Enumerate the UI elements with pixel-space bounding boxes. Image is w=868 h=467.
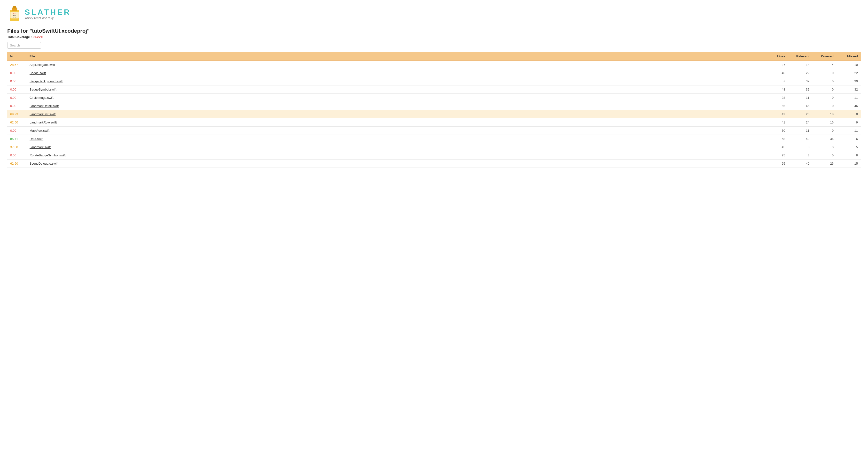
cell-lines: 42 bbox=[766, 110, 788, 118]
files-table: % File Lines Relevant Covered Missed 28.… bbox=[7, 52, 861, 168]
cell-lines: 45 bbox=[766, 143, 788, 151]
coverage-line: Total Coverage : 31.27% bbox=[7, 35, 861, 39]
cell-missed: 10 bbox=[837, 61, 861, 69]
logo-title: SLATHER bbox=[25, 8, 71, 17]
table-row: 0.00MapView.swift3011011 bbox=[7, 127, 861, 135]
cell-lines: 65 bbox=[766, 159, 788, 168]
table-row: 0.00RotateBadgeSymbol.swift25808 bbox=[7, 151, 861, 159]
cell-relevant: 39 bbox=[788, 77, 812, 86]
col-header-missed: Missed bbox=[837, 52, 861, 61]
cell-missed: 39 bbox=[837, 77, 861, 86]
col-header-file: File bbox=[27, 52, 766, 61]
table-row: 62.50SceneDelegate.swift65402515 bbox=[7, 159, 861, 168]
cell-file[interactable]: MapView.swift bbox=[27, 127, 766, 135]
cell-missed: 5 bbox=[837, 143, 861, 151]
cell-pct: 0.00 bbox=[7, 127, 27, 135]
cell-pct: 0.00 bbox=[7, 86, 27, 94]
table-row: 0.00CircleImage.swift2811011 bbox=[7, 94, 861, 102]
cell-covered: 0 bbox=[812, 77, 837, 86]
cell-missed: 9 bbox=[837, 118, 861, 127]
table-row: 37.50Landmark.swift45835 bbox=[7, 143, 861, 151]
cell-covered: 0 bbox=[812, 102, 837, 110]
cell-relevant: 24 bbox=[788, 118, 812, 127]
cell-pct: 28.57 bbox=[7, 61, 27, 69]
cell-relevant: 11 bbox=[788, 127, 812, 135]
cell-lines: 68 bbox=[766, 135, 788, 143]
cell-covered: 0 bbox=[812, 127, 837, 135]
svg-text:Block: Block bbox=[13, 15, 16, 17]
cell-pct: 69.23 bbox=[7, 110, 27, 118]
cell-file[interactable]: Landmark.swift bbox=[27, 143, 766, 151]
logo-area: Sun Block SPF 50+ SLATHER Apply tests li… bbox=[7, 5, 861, 23]
cell-relevant: 22 bbox=[788, 69, 812, 77]
table-row: 0.00BadgeBackground.swift5739039 bbox=[7, 77, 861, 86]
table-row: 0.00BadgeSymbol.swift4832032 bbox=[7, 86, 861, 94]
cell-missed: 22 bbox=[837, 69, 861, 77]
cell-relevant: 14 bbox=[788, 61, 812, 69]
page-title: Files for "tutoSwiftUI.xcodeproj" bbox=[7, 28, 861, 34]
cell-file[interactable]: LandmarkRow.swift bbox=[27, 118, 766, 127]
table-header-row: % File Lines Relevant Covered Missed bbox=[7, 52, 861, 61]
cell-pct: 0.00 bbox=[7, 77, 27, 86]
cell-file[interactable]: Badge.swift bbox=[27, 69, 766, 77]
cell-covered: 15 bbox=[812, 118, 837, 127]
logo-subtitle: Apply tests liberally bbox=[25, 16, 71, 20]
cell-covered: 0 bbox=[812, 94, 837, 102]
cell-missed: 11 bbox=[837, 94, 861, 102]
table-row: 28.57AppDelegate.swift3714410 bbox=[7, 61, 861, 69]
cell-lines: 48 bbox=[766, 86, 788, 94]
svg-rect-2 bbox=[13, 6, 16, 8]
col-header-pct: % bbox=[7, 52, 27, 61]
cell-covered: 3 bbox=[812, 143, 837, 151]
cell-relevant: 8 bbox=[788, 151, 812, 159]
cell-file[interactable]: LandmarkList.swift bbox=[27, 110, 766, 118]
cell-covered: 0 bbox=[812, 151, 837, 159]
cell-pct: 62.50 bbox=[7, 118, 27, 127]
cell-pct: 0.00 bbox=[7, 102, 27, 110]
cell-file[interactable]: SceneDelegate.swift bbox=[27, 159, 766, 168]
col-header-lines: Lines bbox=[766, 52, 788, 61]
cell-lines: 57 bbox=[766, 77, 788, 86]
cell-lines: 28 bbox=[766, 94, 788, 102]
cell-missed: 8 bbox=[837, 151, 861, 159]
cell-lines: 66 bbox=[766, 102, 788, 110]
cell-covered: 0 bbox=[812, 69, 837, 77]
cell-missed: 8 bbox=[837, 110, 861, 118]
cell-file[interactable]: BadgeSymbol.swift bbox=[27, 86, 766, 94]
cell-missed: 46 bbox=[837, 102, 861, 110]
coverage-label: Total Coverage : bbox=[7, 35, 32, 39]
svg-text:Sun: Sun bbox=[13, 13, 16, 14]
cell-pct: 0.00 bbox=[7, 94, 27, 102]
cell-relevant: 8 bbox=[788, 143, 812, 151]
table-row: 69.23LandmarkList.swift4226188 bbox=[7, 110, 861, 118]
cell-pct: 85.71 bbox=[7, 135, 27, 143]
cell-file[interactable]: BadgeBackground.swift bbox=[27, 77, 766, 86]
logo-text-area: SLATHER Apply tests liberally bbox=[25, 8, 71, 20]
cell-file[interactable]: RotateBadgeSymbol.swift bbox=[27, 151, 766, 159]
logo-icon: Sun Block SPF 50+ bbox=[7, 5, 22, 23]
cell-relevant: 42 bbox=[788, 135, 812, 143]
cell-covered: 25 bbox=[812, 159, 837, 168]
cell-file[interactable]: Data.swift bbox=[27, 135, 766, 143]
svg-text:SPF 50+: SPF 50+ bbox=[13, 17, 17, 18]
search-input[interactable] bbox=[7, 42, 41, 49]
table-row: 62.50LandmarkRow.swift4124159 bbox=[7, 118, 861, 127]
cell-relevant: 40 bbox=[788, 159, 812, 168]
cell-relevant: 26 bbox=[788, 110, 812, 118]
cell-relevant: 46 bbox=[788, 102, 812, 110]
table-row: 0.00Badge.swift4022022 bbox=[7, 69, 861, 77]
cell-file[interactable]: AppDelegate.swift bbox=[27, 61, 766, 69]
cell-lines: 37 bbox=[766, 61, 788, 69]
col-header-relevant: Relevant bbox=[788, 52, 812, 61]
cell-pct: 0.00 bbox=[7, 151, 27, 159]
cell-file[interactable]: CircleImage.swift bbox=[27, 94, 766, 102]
cell-missed: 11 bbox=[837, 127, 861, 135]
cell-covered: 18 bbox=[812, 110, 837, 118]
cell-covered: 0 bbox=[812, 86, 837, 94]
cell-lines: 25 bbox=[766, 151, 788, 159]
cell-relevant: 32 bbox=[788, 86, 812, 94]
table-row: 85.71Data.swift6842366 bbox=[7, 135, 861, 143]
cell-file[interactable]: LandmarkDetail.swift bbox=[27, 102, 766, 110]
cell-lines: 41 bbox=[766, 118, 788, 127]
cell-pct: 62.50 bbox=[7, 159, 27, 168]
